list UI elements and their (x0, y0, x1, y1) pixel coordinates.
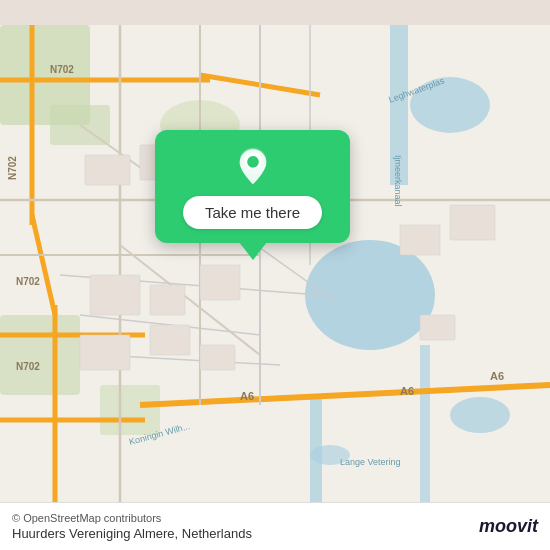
map-container: N702 N702 N702 N702 A6 A6 A6 Leghwaterpl… (0, 0, 550, 550)
svg-rect-44 (450, 205, 495, 240)
moovit-logo-text: moovit (479, 516, 538, 537)
map-background: N702 N702 N702 N702 A6 A6 A6 Leghwaterpl… (0, 0, 550, 550)
svg-text:A6: A6 (400, 385, 414, 397)
copyright-text: © OpenStreetMap contributors (12, 512, 252, 524)
bottom-bar: © OpenStreetMap contributors Huurders Ve… (0, 502, 550, 550)
svg-rect-45 (420, 315, 455, 340)
bottom-left-info: © OpenStreetMap contributors Huurders Ve… (12, 512, 252, 541)
take-me-there-button[interactable]: Take me there (183, 196, 322, 229)
svg-rect-35 (90, 275, 140, 315)
svg-rect-41 (150, 325, 190, 355)
svg-rect-33 (85, 155, 130, 185)
svg-text:N702: N702 (16, 276, 40, 287)
svg-text:A6: A6 (240, 390, 254, 402)
popup-arrow (239, 242, 267, 260)
svg-point-59 (247, 156, 259, 168)
svg-rect-11 (100, 385, 160, 435)
location-name: Huurders Vereniging Almere, Netherlands (12, 526, 252, 541)
moovit-logo: moovit (479, 516, 538, 537)
svg-rect-43 (400, 225, 440, 255)
svg-rect-40 (80, 335, 130, 370)
svg-rect-5 (420, 345, 430, 525)
svg-point-6 (450, 397, 510, 433)
svg-text:A6: A6 (490, 370, 504, 382)
svg-rect-42 (200, 345, 235, 370)
location-popup: Take me there (155, 130, 350, 260)
svg-text:Ijmeerkanaal: Ijmeerkanaal (393, 155, 403, 207)
svg-text:N702: N702 (50, 64, 74, 75)
svg-text:N702: N702 (7, 156, 18, 180)
popup-box: Take me there (155, 130, 350, 243)
svg-text:Lange Vetering: Lange Vetering (340, 457, 401, 467)
location-pin-icon (233, 146, 273, 186)
svg-rect-36 (150, 285, 185, 315)
svg-rect-37 (200, 265, 240, 300)
svg-text:N702: N702 (16, 361, 40, 372)
svg-rect-10 (0, 315, 80, 395)
